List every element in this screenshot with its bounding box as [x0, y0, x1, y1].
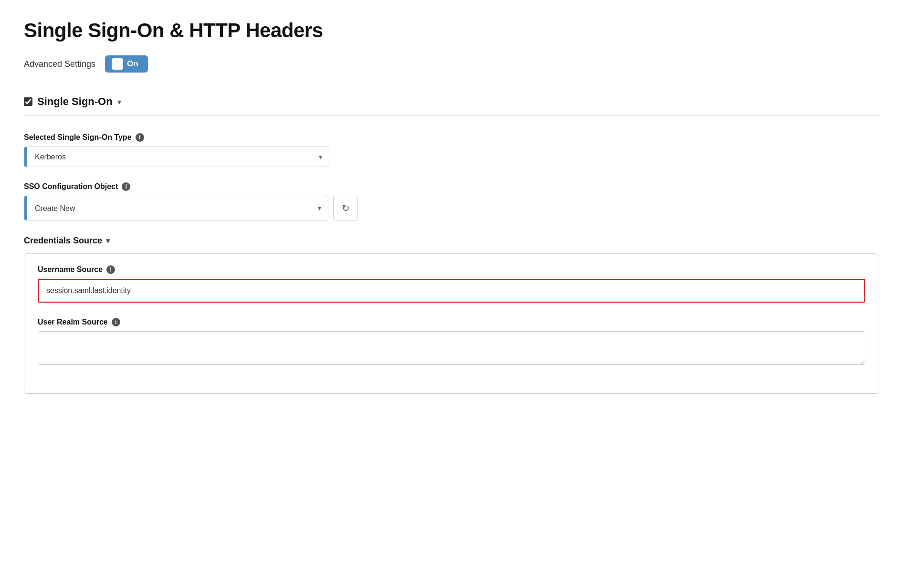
user-realm-source-input[interactable]: [38, 331, 865, 365]
sso-type-label-text: Selected Single Sign-On Type: [24, 133, 132, 142]
advanced-settings-label: Advanced Settings: [24, 59, 95, 69]
toggle-knob: [112, 58, 123, 70]
sso-section-chevron-icon[interactable]: ▾: [117, 97, 121, 106]
sso-config-select-wrapper: Create New ▾: [24, 196, 328, 220]
sso-section-checkbox[interactable]: [24, 97, 32, 106]
credentials-chevron-icon[interactable]: ▾: [106, 236, 110, 245]
username-source-info-icon[interactable]: i: [106, 265, 115, 274]
username-source-input[interactable]: [38, 279, 865, 303]
advanced-settings-row: Advanced Settings On: [24, 55, 879, 73]
username-source-label: Username Source i: [38, 265, 865, 274]
credentials-body: Username Source i User Realm Source i: [24, 253, 879, 394]
credentials-label-text: Credentials Source: [24, 236, 102, 246]
sso-section-body: Selected Single Sign-On Type i Kerberos …: [24, 116, 879, 405]
credentials-header: Credentials Source ▾: [24, 236, 879, 246]
sso-section-header: Single Sign-On ▾: [24, 88, 879, 116]
sso-type-info-icon[interactable]: i: [136, 133, 144, 142]
sso-config-field-group: SSO Configuration Object i Create New ▾ …: [24, 182, 879, 220]
user-realm-source-label: User Realm Source i: [38, 318, 865, 326]
sso-type-chevron-icon: ▾: [312, 147, 329, 167]
page-title: Single Sign-On & HTTP Headers: [24, 19, 879, 42]
sso-type-field-group: Selected Single Sign-On Type i Kerberos …: [24, 133, 879, 167]
sso-config-refresh-button[interactable]: ↻: [333, 196, 358, 220]
sso-type-select-wrapper: Kerberos NTLM Certificate None ▾: [24, 147, 329, 167]
toggle-on-label: On: [127, 59, 138, 69]
username-source-field-group: Username Source i: [38, 265, 865, 303]
user-realm-source-label-text: User Realm Source: [38, 318, 108, 326]
sso-type-select[interactable]: Kerberos NTLM Certificate None: [27, 147, 312, 167]
sso-type-label: Selected Single Sign-On Type i: [24, 133, 879, 142]
sso-config-info-icon[interactable]: i: [122, 182, 130, 191]
advanced-settings-toggle[interactable]: On: [105, 55, 148, 73]
user-realm-source-field-group: User Realm Source i: [38, 318, 865, 367]
username-source-label-text: Username Source: [38, 265, 103, 274]
sso-config-select[interactable]: Create New: [27, 196, 311, 220]
sso-section-title: Single Sign-On: [37, 95, 113, 108]
sso-config-row: Create New ▾ ↻: [24, 196, 358, 220]
credentials-section: Credentials Source ▾ Username Source i U…: [24, 236, 879, 394]
sso-config-label-text: SSO Configuration Object: [24, 182, 118, 191]
sso-config-label: SSO Configuration Object i: [24, 182, 879, 191]
user-realm-source-info-icon[interactable]: i: [112, 318, 120, 326]
sso-config-chevron-icon: ▾: [311, 196, 328, 220]
